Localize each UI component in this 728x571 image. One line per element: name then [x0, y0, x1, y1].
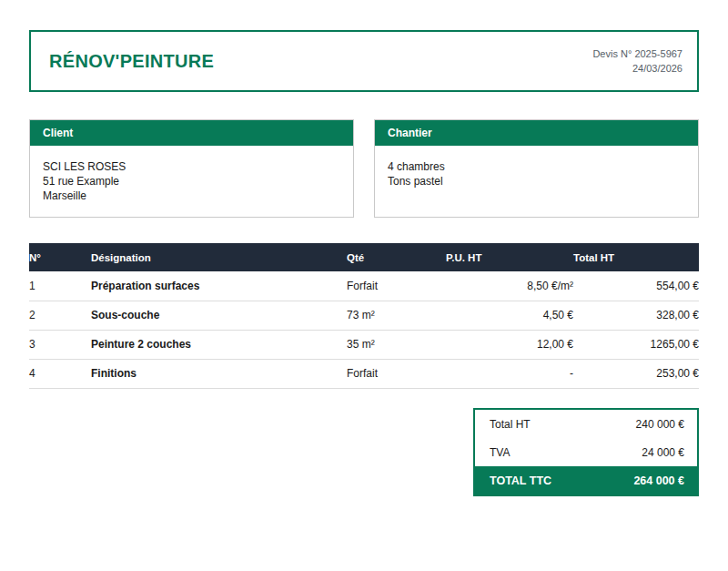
header-pu-ht: P.U. HT: [446, 243, 573, 271]
chantier-box-body: 4 chambres Tons pastel: [375, 146, 698, 217]
item-pu-ht: -: [446, 359, 573, 388]
chantier-box: Chantier 4 chambres Tons pastel: [374, 119, 699, 218]
client-address: 51 rue Example: [43, 174, 340, 189]
tva-value: 24 000 €: [642, 446, 684, 459]
tva-row: TVA 24 000 €: [475, 438, 697, 466]
total-ht-value: 240 000 €: [636, 418, 684, 431]
total-ttc-value: 264 000 €: [633, 474, 684, 487]
item-num: 1: [29, 271, 91, 301]
item-designation: Finitions: [91, 359, 347, 388]
total-ht-row: Total HT 240 000 €: [475, 410, 697, 438]
item-pu-ht: 12,00 €: [446, 330, 573, 359]
chantier-line-rooms: 4 chambres: [388, 159, 685, 174]
item-qty: Forfait: [347, 359, 446, 388]
document-header: RÉNOV'PEINTURE Devis N° 2025-5967 24/03/…: [29, 30, 699, 92]
devis-number: Devis N° 2025-5967: [592, 46, 682, 61]
item-total-ht: 253,00 €: [573, 359, 699, 388]
items-table-head: N° Désignation Qté P.U. HT Total HT: [29, 243, 699, 271]
devis-date: 24/03/2026: [592, 61, 682, 76]
item-qty: Forfait: [347, 271, 446, 301]
table-row: 4 Finitions Forfait - 253,00 €: [29, 359, 699, 388]
header-qty: Qté: [347, 243, 446, 271]
chantier-box-title: Chantier: [375, 120, 698, 146]
client-box-body: SCI LES ROSES 51 rue Example Marseille: [30, 146, 353, 217]
item-pu-ht: 4,50 €: [446, 301, 573, 330]
client-box: Client SCI LES ROSES 51 rue Example Mars…: [29, 119, 354, 218]
item-num: 4: [29, 359, 91, 388]
devis-document: RÉNOV'PEINTURE Devis N° 2025-5967 24/03/…: [0, 0, 728, 571]
item-qty: 35 m²: [347, 330, 446, 359]
client-city: Marseille: [43, 189, 340, 203]
client-box-title: Client: [30, 120, 353, 146]
info-row: Client SCI LES ROSES 51 rue Example Mars…: [29, 119, 699, 218]
items-table-body: 1 Préparation surfaces Forfait 8,50 €/m²…: [29, 271, 699, 388]
chantier-line-colors: Tons pastel: [388, 174, 685, 189]
item-total-ht: 328,00 €: [573, 301, 699, 330]
table-row: 3 Peinture 2 couches 35 m² 12,00 € 1265,…: [29, 330, 699, 359]
tva-label: TVA: [490, 446, 510, 459]
total-ttc-label: TOTAL TTC: [490, 474, 551, 487]
item-designation: Peinture 2 couches: [91, 330, 347, 359]
table-row: 2 Sous-couche 73 m² 4,50 € 328,00 €: [29, 301, 699, 330]
totals-box: Total HT 240 000 € TVA 24 000 € TOTAL TT…: [473, 408, 699, 496]
item-num: 3: [29, 330, 91, 359]
total-ttc-row: TOTAL TTC 264 000 €: [475, 466, 697, 495]
total-ht-label: Total HT: [490, 418, 531, 431]
item-designation: Sous-couche: [91, 301, 347, 330]
client-name: SCI LES ROSES: [43, 159, 340, 174]
header-total-ht: Total HT: [573, 243, 699, 271]
items-table: N° Désignation Qté P.U. HT Total HT 1 Pr…: [29, 243, 699, 389]
item-num: 2: [29, 301, 91, 330]
devis-meta: Devis N° 2025-5967 24/03/2026: [592, 46, 682, 76]
item-total-ht: 554,00 €: [573, 271, 699, 301]
header-row: N° Désignation Qté P.U. HT Total HT: [29, 243, 699, 271]
item-designation: Préparation surfaces: [91, 271, 347, 301]
company-name: RÉNOV'PEINTURE: [49, 51, 214, 72]
item-pu-ht: 8,50 €/m²: [446, 271, 573, 301]
table-row: 1 Préparation surfaces Forfait 8,50 €/m²…: [29, 271, 699, 301]
item-qty: 73 m²: [347, 301, 446, 330]
item-total-ht: 1265,00 €: [573, 330, 699, 359]
header-designation: Désignation: [91, 243, 347, 271]
header-num: N°: [29, 243, 91, 271]
